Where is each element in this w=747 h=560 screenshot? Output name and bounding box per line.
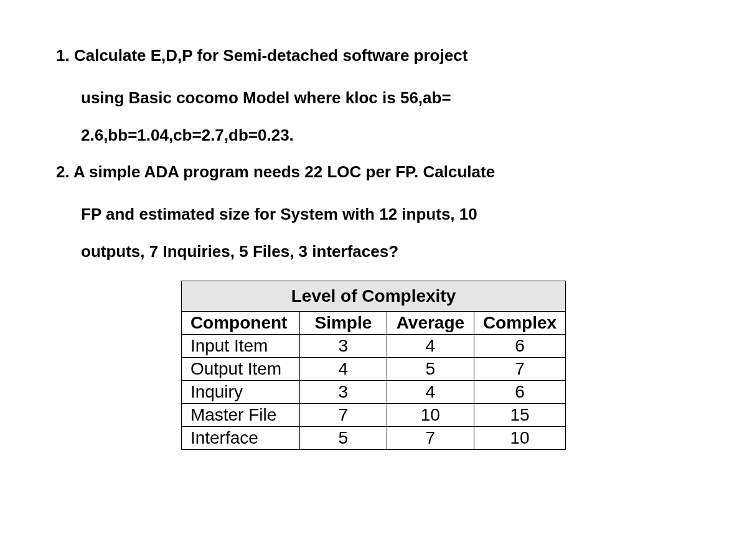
cell-simple: 3 [299, 334, 387, 357]
cell-simple: 5 [299, 426, 387, 449]
cell-simple: 7 [299, 403, 387, 426]
cell-complex: 15 [474, 403, 565, 426]
cell-complex: 6 [474, 380, 565, 403]
question-marker: 2. [56, 162, 70, 181]
table-header-row: Component Simple Average Complex [181, 311, 565, 334]
table-row: Output Item 4 5 7 [181, 357, 565, 380]
header-complex: Complex [474, 311, 565, 334]
question-text: A simple ADA program needs 22 LOC per FP… [73, 162, 495, 181]
cell-average: 7 [387, 426, 474, 449]
table-row: Inquiry 3 4 6 [181, 380, 565, 403]
table-row: Interface 5 7 10 [181, 426, 565, 449]
cell-component: Inquiry [181, 380, 299, 403]
table-row: Input Item 3 4 6 [181, 334, 565, 357]
header-component: Component [181, 311, 299, 334]
cell-component: Interface [181, 426, 299, 449]
cell-simple: 4 [299, 357, 387, 380]
question-1: 1. Calculate E,D,P for Semi-detached sof… [56, 37, 691, 75]
question-1-line2: using Basic cocomo Model where kloc is 5… [56, 80, 691, 117]
header-simple: Simple [299, 311, 387, 334]
cell-component: Input Item [181, 334, 299, 357]
question-list: 1. Calculate E,D,P for Semi-detached sof… [56, 37, 691, 271]
question-text: Calculate E,D,P for Semi-detached softwa… [74, 46, 467, 65]
cell-complex: 6 [474, 334, 565, 357]
complexity-table: Level of Complexity Component Simple Ave… [181, 281, 566, 450]
question-marker: 1. [56, 46, 70, 65]
cell-complex: 7 [474, 357, 565, 380]
table-title-row: Level of Complexity [181, 281, 565, 311]
question-2: 2. A simple ADA program needs 22 LOC per… [56, 154, 691, 191]
table-title: Level of Complexity [181, 281, 565, 311]
question-1-line3: 2.6,bb=1.04,cb=2.7,db=0.23. [56, 117, 691, 154]
complexity-table-wrap: Level of Complexity Component Simple Ave… [56, 281, 691, 450]
cell-average: 10 [387, 403, 474, 426]
question-2-line3: outputs, 7 Inquiries, 5 Files, 3 interfa… [56, 233, 691, 271]
question-2-line2: FP and estimated size for System with 12… [56, 196, 691, 233]
cell-simple: 3 [299, 380, 387, 403]
cell-average: 4 [387, 380, 474, 403]
cell-component: Master File [181, 403, 299, 426]
table-row: Master File 7 10 15 [181, 403, 565, 426]
cell-average: 5 [387, 357, 474, 380]
cell-complex: 10 [474, 426, 565, 449]
header-average: Average [387, 311, 474, 334]
cell-average: 4 [387, 334, 474, 357]
cell-component: Output Item [181, 357, 299, 380]
